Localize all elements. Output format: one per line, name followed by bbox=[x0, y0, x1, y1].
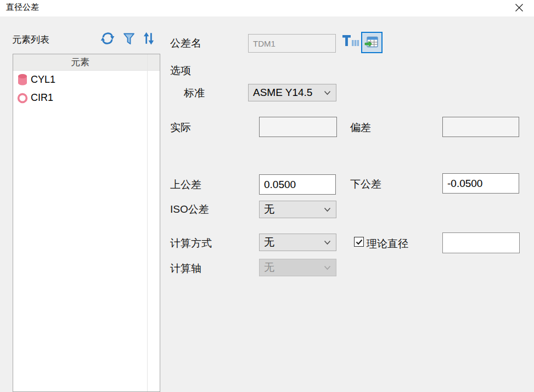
element-list-header: 元素 bbox=[13, 54, 160, 71]
upper-tolerance-input[interactable] bbox=[259, 174, 336, 195]
dialog-title: 直径公差 bbox=[6, 2, 39, 13]
tolerance-naming-button[interactable] bbox=[342, 34, 359, 48]
list-item[interactable]: CYL1 bbox=[13, 71, 146, 89]
chevron-down-icon bbox=[324, 265, 331, 270]
filter-button[interactable] bbox=[123, 32, 135, 46]
sort-button[interactable] bbox=[142, 31, 156, 46]
refresh-icon bbox=[100, 31, 115, 46]
options-label: 选项 bbox=[170, 64, 191, 77]
diameter-tolerance-dialog: 直径公差 元素列表 元素 bbox=[0, 0, 534, 392]
report-table-icon bbox=[364, 35, 379, 50]
standard-label: 标准 bbox=[184, 87, 205, 100]
upper-tolerance-label: 上公差 bbox=[170, 178, 201, 191]
check-mark-icon bbox=[356, 239, 363, 245]
list-item-label: CIR1 bbox=[31, 92, 53, 104]
list-item[interactable]: CIR1 bbox=[13, 89, 146, 107]
tolerance-name-label: 公差名 bbox=[170, 37, 201, 50]
element-list-title: 元素列表 bbox=[12, 33, 49, 46]
circle-icon bbox=[16, 91, 29, 105]
standard-select[interactable]: ASME Y14.5 bbox=[248, 84, 336, 101]
close-icon bbox=[515, 3, 524, 12]
element-list: 元素 CYL1 bbox=[13, 54, 160, 392]
theoretical-diameter-checkbox[interactable] bbox=[354, 237, 364, 247]
calc-method-value: 无 bbox=[264, 235, 274, 249]
deviation-label: 偏差 bbox=[350, 121, 371, 134]
calc-method-select[interactable]: 无 bbox=[259, 234, 336, 251]
iso-tolerance-select[interactable]: 无 bbox=[259, 201, 336, 218]
chevron-down-icon bbox=[324, 240, 331, 245]
deviation-input[interactable] bbox=[442, 117, 519, 137]
calc-axis-value: 无 bbox=[264, 260, 274, 275]
refresh-button[interactable] bbox=[100, 31, 115, 46]
chevron-down-icon bbox=[324, 90, 331, 95]
titlebar: 直径公差 bbox=[0, 0, 534, 16]
output-to-report-button[interactable] bbox=[361, 32, 383, 53]
sort-icon bbox=[142, 31, 156, 46]
tolerance-name-icon bbox=[342, 34, 359, 48]
lower-tolerance-label: 下公差 bbox=[350, 178, 381, 191]
element-list-body: CYL1 CIR1 bbox=[13, 71, 146, 391]
actual-label: 实际 bbox=[170, 121, 191, 134]
standard-value: ASME Y14.5 bbox=[253, 87, 312, 99]
actual-input[interactable] bbox=[259, 117, 337, 137]
filter-icon bbox=[123, 32, 135, 46]
tolerance-name-input[interactable] bbox=[248, 34, 336, 53]
list-item-label: CYL1 bbox=[31, 74, 55, 86]
iso-tolerance-value: 无 bbox=[264, 202, 274, 217]
calc-axis-label: 计算轴 bbox=[170, 262, 201, 275]
element-column-header[interactable]: 元素 bbox=[13, 54, 147, 70]
iso-tolerance-label: ISO公差 bbox=[170, 203, 209, 216]
calc-axis-select[interactable]: 无 bbox=[259, 259, 336, 276]
close-button[interactable] bbox=[509, 0, 530, 15]
theoretical-diameter-label: 理论直径 bbox=[367, 237, 408, 251]
column-divider bbox=[147, 54, 148, 391]
theoretical-diameter-input[interactable] bbox=[442, 232, 520, 253]
calc-method-label: 计算方式 bbox=[170, 237, 212, 250]
chevron-down-icon bbox=[324, 207, 331, 212]
cylinder-icon bbox=[16, 73, 29, 87]
lower-tolerance-input[interactable] bbox=[442, 173, 519, 194]
